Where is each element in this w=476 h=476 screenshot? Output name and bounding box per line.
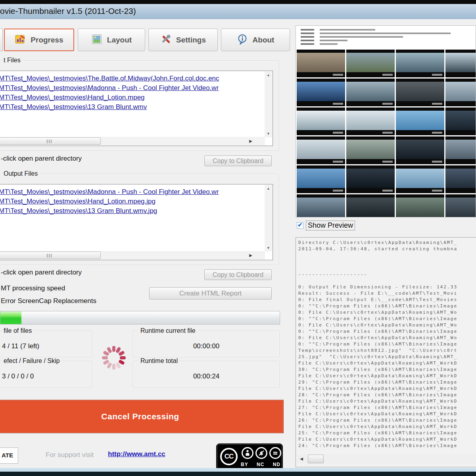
output-file-link[interactable]: MT\Test_Movies\_testmovies\13 Gram Blunt… xyxy=(0,206,273,216)
input-files-group-label: t Files xyxy=(2,57,23,64)
copy-input-button-label: Copy to Clipboard xyxy=(213,157,263,165)
busy-spinner-icon xyxy=(101,345,127,370)
tab-settings[interactable]: Settings xyxy=(148,29,218,51)
video-thumbnail xyxy=(396,194,444,217)
log-output-box[interactable]: Directory C:\Users\c0rtex\AppData\Roamin… xyxy=(296,237,476,467)
scroll-up-arrow-icon[interactable]: ▲ xyxy=(265,71,272,79)
create-html-report-label: Create HTML Report xyxy=(179,290,242,298)
cc-nd-icon xyxy=(269,447,281,459)
hscroll-thumb[interactable] xyxy=(0,251,101,259)
video-thumbnail xyxy=(445,194,476,217)
hscroll-thumb[interactable] xyxy=(0,137,101,145)
hscroll-thumb[interactable] xyxy=(308,455,324,463)
thumbnail-timestamp xyxy=(382,190,393,192)
thumbnail-preview-sheet xyxy=(296,25,476,217)
copy-output-button-label: Copy to Clipboard xyxy=(213,271,263,278)
tab-about[interactable]: About xyxy=(221,29,290,51)
cc-license-labels: BYNCND xyxy=(241,462,280,467)
video-thumbnail xyxy=(346,194,395,217)
video-thumbnail xyxy=(396,165,444,193)
scroll-up-arrow-icon[interactable]: ▲ xyxy=(265,185,272,192)
thumbnail-timestamp xyxy=(382,132,393,134)
scroll-left-arrow-icon[interactable]: ◀ xyxy=(298,454,305,464)
thumbnail-timestamp xyxy=(382,74,393,76)
show-preview-label[interactable]: Show Preview xyxy=(306,221,355,230)
show-preview-checkbox[interactable]: ✔ xyxy=(297,222,303,229)
thumbnail-timestamp xyxy=(432,190,442,192)
runtime-current-group: Runtime current file 00:00:00 xyxy=(133,331,280,357)
cc-license-badge[interactable]: CC $ BYNCND xyxy=(216,443,283,471)
copy-output-button[interactable]: Copy to Clipboard xyxy=(204,269,272,280)
cancel-processing-button[interactable]: Cancel Processing xyxy=(0,400,284,433)
support-text: For support visit xyxy=(46,451,94,459)
files-count-value: 4 / 11 (7 left) xyxy=(2,342,39,350)
scroll-down-arrow-icon[interactable]: ▼ xyxy=(265,130,272,137)
input-file-link[interactable]: MT\Test_Movies\_testmovies\The.Battle.of… xyxy=(0,74,273,83)
tab-progress-label: Progress xyxy=(31,36,63,44)
input-files-vscrollbar[interactable]: ▲ ▼ xyxy=(265,71,272,137)
thumbnail-timestamp xyxy=(432,161,442,163)
tab-about-label: About xyxy=(253,36,274,44)
tab-progress[interactable]: Progress xyxy=(4,29,74,51)
thumbnail-timestamp xyxy=(432,74,442,76)
input-file-list: MT\Test_Movies\_testmovies\The.Battle.of… xyxy=(0,71,273,112)
scroll-down-arrow-icon[interactable]: ▼ xyxy=(265,244,272,251)
cancel-processing-label: Cancel Processing xyxy=(101,412,179,421)
output-file-link[interactable]: MT\Test_Movies\_testmovies\Madonna - Pus… xyxy=(0,187,273,197)
output-files-group-label: Output Files xyxy=(2,170,40,177)
output-file-link[interactable]: MT\Test_Movies\_testmovies\Hand_Lotion.m… xyxy=(0,197,273,206)
layout-icon xyxy=(91,34,102,46)
defect-value: 3 / 0 / 0 / 0 xyxy=(2,372,34,380)
thumbnail-timestamp xyxy=(333,74,343,76)
donate-button-label: ATE xyxy=(2,452,13,459)
input-file-link[interactable]: MT\Test_Movies\_testmovies\Hand_Lotion.m… xyxy=(0,93,273,102)
thumbnail-timestamp xyxy=(333,103,343,105)
video-thumbnail xyxy=(297,194,345,217)
video-thumbnail xyxy=(445,165,476,193)
log-hscrollbar[interactable]: ◀ xyxy=(298,454,476,464)
tab-layout-label: Layout xyxy=(107,36,132,44)
cc-nc-icon: $ xyxy=(255,447,267,459)
video-thumbnail xyxy=(445,107,476,135)
tab-layout[interactable]: Layout xyxy=(78,29,145,51)
progress-bar-fill xyxy=(0,311,21,324)
thumbnail-timestamp xyxy=(333,132,343,134)
input-file-link[interactable]: MT\Test_Movies\_testmovies\Madonna - Pus… xyxy=(0,83,273,93)
window-bottom-edge xyxy=(0,472,476,476)
output-files-vscrollbar[interactable]: ▲ ▼ xyxy=(265,185,272,251)
video-thumbnail xyxy=(297,50,345,77)
window-title: ovie-Thumbnailer v1.5 (2011-Oct-23) xyxy=(0,6,136,16)
scroll-right-arrow-icon[interactable]: ▶ xyxy=(247,137,255,145)
scrollbar-grip xyxy=(47,140,52,143)
title-bar[interactable]: ovie-Thumbnailer v1.5 (2011-Oct-23) xyxy=(0,4,476,19)
support-link[interactable]: http://www.amt.cc xyxy=(108,450,165,458)
video-thumbnail xyxy=(445,79,476,106)
copy-input-button[interactable]: Copy to Clipboard xyxy=(204,155,272,166)
video-thumbnail xyxy=(396,50,444,77)
settings-icon xyxy=(160,34,171,46)
create-html-report-button[interactable]: Create HTML Report xyxy=(149,287,272,299)
app-window: ovie-Thumbnailer v1.5 (2011-Oct-23) Prog… xyxy=(0,0,476,476)
output-files-hscrollbar[interactable]: ▶ xyxy=(0,251,265,259)
input-files-hint: -click open parent directory xyxy=(1,155,82,163)
thumbnail-timestamp xyxy=(382,103,393,105)
toolbar-button-fragment[interactable] xyxy=(0,29,3,51)
input-files-listbox[interactable]: MT\Test_Movies\_testmovies\The.Battle.of… xyxy=(0,71,273,146)
thumbnail-timestamp xyxy=(382,161,393,163)
video-thumbnail xyxy=(396,79,444,106)
input-file-link[interactable]: MT\Test_Movies\_testmovies\13 Gram Blunt… xyxy=(0,102,273,112)
runtime-total-group: Runtime total 00:00:24 xyxy=(133,361,280,387)
processing-speed-label: MT processing speed xyxy=(1,284,65,292)
output-file-list: MT\Test_Movies\_testmovies\Madonna - Pus… xyxy=(0,184,273,216)
video-thumbnail xyxy=(346,107,395,135)
window-top-edge xyxy=(0,0,476,4)
about-icon xyxy=(237,34,248,46)
video-thumbnail xyxy=(297,136,345,164)
tab-settings-label: Settings xyxy=(176,36,206,44)
video-thumbnail xyxy=(346,50,395,77)
input-files-hscrollbar[interactable]: ▶ xyxy=(0,137,265,145)
thumbnail-grid xyxy=(297,50,476,217)
output-files-listbox[interactable]: MT\Test_Movies\_testmovies\Madonna - Pus… xyxy=(0,184,273,260)
scroll-right-arrow-icon[interactable]: ▶ xyxy=(247,251,255,259)
donate-button[interactable]: ATE xyxy=(0,447,18,464)
